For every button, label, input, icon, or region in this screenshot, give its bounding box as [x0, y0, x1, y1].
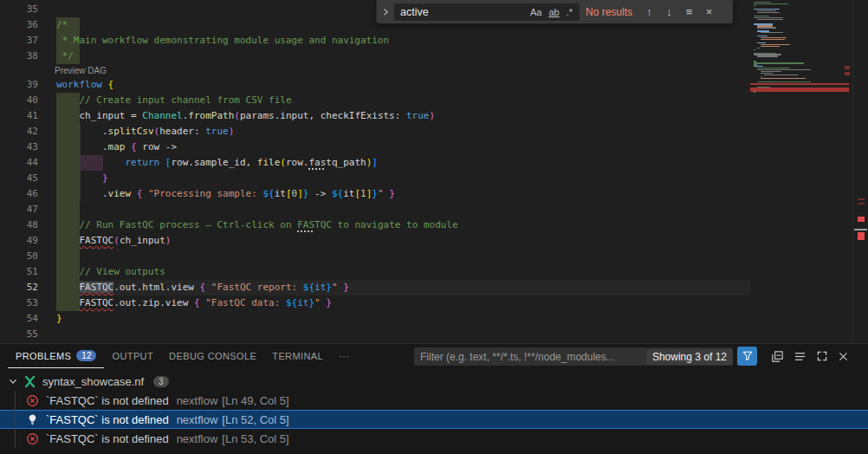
- minimap[interactable]: [750, 0, 852, 343]
- code-line-45[interactable]: 45 }: [0, 171, 750, 186]
- minimap-code-line: [754, 91, 755, 92]
- close-find-icon[interactable]: ×: [699, 5, 719, 18]
- code-lens-row: Preview DAG: [0, 64, 750, 77]
- code-line-53[interactable]: 53 FASTQC.out.zip.view { "FastQC data: $…: [0, 295, 750, 311]
- minimap-code-line: [754, 16, 769, 16]
- line-number[interactable]: 51: [0, 264, 38, 280]
- find-input[interactable]: active Aa ab .*: [394, 3, 580, 21]
- code-line-40[interactable]: 40 // Create input channel from CSV file: [0, 93, 750, 108]
- line-number[interactable]: 42: [0, 124, 38, 139]
- line-number[interactable]: 40: [0, 93, 38, 108]
- tab-label: OUTPUT: [112, 351, 153, 361]
- problems-file-row[interactable]: syntax_showcase.nf 3: [0, 372, 868, 391]
- line-number[interactable]: 45: [0, 171, 38, 186]
- code-line-47[interactable]: 47: [0, 202, 750, 217]
- code-area[interactable]: 3536/*37 * Main workflow demonstrating m…: [0, 0, 750, 343]
- code-line-54[interactable]: 54}: [0, 311, 750, 327]
- code-line-55[interactable]: 55: [0, 327, 750, 342]
- line-number[interactable]: 38: [0, 49, 38, 64]
- tab-terminal[interactable]: TERMINAL: [264, 344, 331, 368]
- regex-icon[interactable]: .*: [563, 7, 576, 17]
- tab-problems[interactable]: PROBLEMS12: [8, 344, 104, 368]
- problem-row[interactable]: `FASTQC` is not definednextflow[Ln 53, C…: [0, 429, 868, 448]
- minimap-code-line: [757, 27, 776, 28]
- line-number[interactable]: 43: [0, 139, 38, 155]
- collapse-all-icon[interactable]: [769, 348, 785, 364]
- line-number[interactable]: 44: [0, 155, 38, 171]
- line-number[interactable]: 46: [0, 186, 38, 202]
- problem-location: [Ln 52, Col 5]: [222, 413, 288, 426]
- line-number[interactable]: 41: [0, 108, 38, 124]
- tab-debug-console[interactable]: DEBUG CONSOLE: [161, 344, 264, 368]
- line-number[interactable]: 36: [0, 17, 38, 33]
- view-as-table-icon[interactable]: [792, 348, 807, 364]
- code-line-44[interactable]: 44 return [row.sample_id, file(row.fastq…: [0, 155, 750, 171]
- minimap-edge-mark: [845, 72, 850, 75]
- twistie-chevron-down-icon[interactable]: [7, 375, 19, 387]
- minimap-code-line: [754, 62, 804, 63]
- code-text: }: [56, 171, 108, 186]
- close-panel-icon[interactable]: [835, 348, 851, 364]
- problem-row[interactable]: `FASTQC` is not definednextflow[Ln 52, C…: [0, 410, 868, 429]
- line-number[interactable]: 49: [0, 233, 38, 249]
- ruler-error-mark: [858, 217, 865, 222]
- code-line-50[interactable]: 50: [0, 249, 750, 264]
- code-line-52[interactable]: 52 FASTQC.out.html.view { "FastQC report…: [0, 280, 750, 295]
- code-line-46[interactable]: 46 .view { "Processing sample: ${it[0]} …: [0, 186, 750, 202]
- code-line-37[interactable]: 37 * Main workflow demonstrating module …: [0, 33, 750, 49]
- code-text: // Create input channel from CSV file: [56, 93, 292, 108]
- tab-output[interactable]: OUTPUT: [104, 344, 161, 368]
- next-match-icon[interactable]: ↓: [659, 5, 679, 18]
- panel-more-actions-icon[interactable]: ···: [331, 344, 357, 368]
- code-line-48[interactable]: 48 // Run FastQC process – Ctrl-click on…: [0, 217, 750, 233]
- line-number[interactable]: 54: [0, 311, 38, 327]
- line-number[interactable]: 35: [0, 2, 38, 17]
- line-number[interactable]: 50: [0, 249, 38, 264]
- code-line-41[interactable]: 41 ch_input = Channel.fromPath(params.in…: [0, 108, 750, 124]
- error-icon: [26, 394, 39, 407]
- code-line-51[interactable]: 51 // View outputs: [0, 264, 750, 280]
- code-line-43[interactable]: 43 .map { row ->: [0, 139, 750, 155]
- line-number[interactable]: 52: [0, 280, 38, 295]
- overview-ruler[interactable]: [852, 0, 868, 343]
- code-line-49[interactable]: 49 FASTQC(ch_input): [0, 233, 750, 249]
- minimap-code-line: [761, 76, 762, 77]
- preview-dag-code-lens[interactable]: Preview DAG: [55, 64, 107, 77]
- find-widget: active Aa ab .* No results ↑ ↓ ≡ ×: [376, 0, 733, 24]
- maximize-panel-icon[interactable]: [814, 348, 830, 364]
- minimap-code-line: [761, 44, 790, 45]
- minimap-code-line: [754, 5, 756, 6]
- line-number[interactable]: 55: [0, 327, 38, 342]
- minimap-code-line: [761, 78, 806, 79]
- problem-source: nextflow: [177, 394, 218, 407]
- previous-match-icon[interactable]: ↑: [639, 5, 659, 18]
- code-line-39[interactable]: 39workflow {: [0, 77, 750, 93]
- code-line-42[interactable]: 42 .splitCsv(header: true): [0, 124, 750, 139]
- problems-filter-input[interactable]: Filter (e.g. text, **/*.ts, !**/node_mod…: [414, 347, 733, 366]
- code-text: FASTQC.out.html.view { "FastQC report: $…: [56, 280, 349, 295]
- minimap-code-line: [757, 48, 760, 49]
- whole-word-icon[interactable]: ab: [545, 7, 562, 17]
- tab-label: DEBUG CONSOLE: [169, 351, 256, 361]
- filter-funnel-icon[interactable]: [737, 347, 757, 366]
- code-text: }: [56, 311, 62, 327]
- match-case-icon[interactable]: Aa: [527, 7, 545, 17]
- problems-count-badge: 12: [76, 350, 96, 361]
- find-in-selection-icon[interactable]: ≡: [679, 5, 699, 18]
- problem-row[interactable]: `FASTQC` is not definednextflow[Ln 49, C…: [0, 391, 868, 410]
- lightbulb-icon[interactable]: [26, 413, 39, 426]
- code-text: // Run FastQC process – Ctrl-click on FA…: [56, 217, 458, 233]
- tab-label: ···: [339, 351, 349, 361]
- code-line-38[interactable]: 38 */: [0, 49, 750, 64]
- line-number[interactable]: 53: [0, 295, 38, 311]
- line-number[interactable]: 39: [0, 77, 38, 93]
- toggle-replace-icon[interactable]: [377, 7, 394, 17]
- line-number[interactable]: 48: [0, 217, 38, 233]
- code-text: .view { "Processing sample: ${it[0]} -> …: [56, 186, 395, 202]
- minimap-code-line: [761, 46, 780, 47]
- line-number[interactable]: 47: [0, 202, 38, 217]
- line-number[interactable]: 37: [0, 33, 38, 49]
- code-text: .splitCsv(header: true): [56, 124, 234, 139]
- code-text: return [row.sample_id, file(row.fastq_pa…: [56, 155, 378, 171]
- problems-panel: PROBLEMS12OUTPUTDEBUG CONSOLETERMINAL···…: [0, 343, 868, 454]
